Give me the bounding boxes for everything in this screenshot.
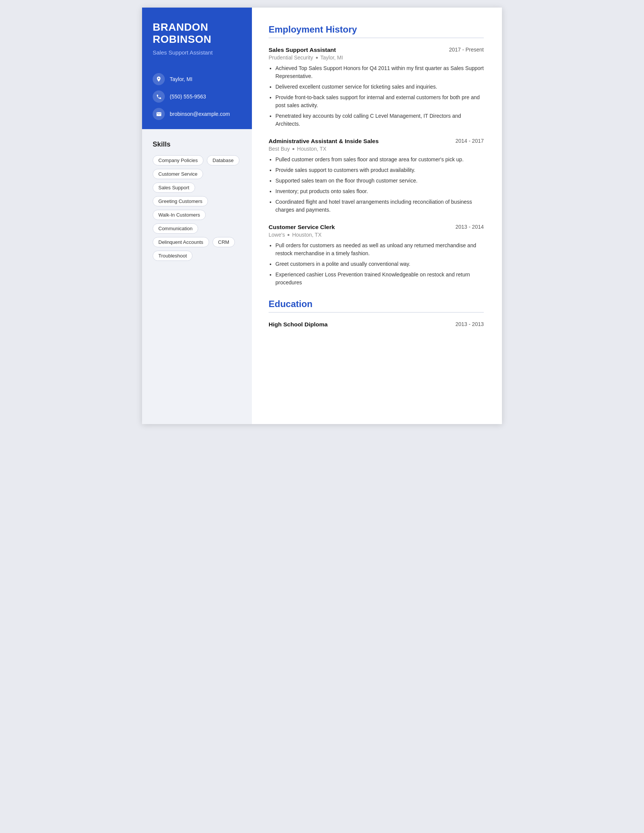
job-title: Administrative Assistant & Inside Sales: [269, 138, 379, 145]
contact-phone: (550) 555-9563: [153, 90, 242, 103]
main-content: Employment History Sales Support Assista…: [252, 8, 502, 424]
skills-heading: Skills: [153, 140, 242, 148]
skill-tag: Company Policies: [153, 155, 203, 166]
resume-container: BRANDON ROBINSON Sales Support Assistant…: [142, 8, 502, 424]
edu-degree: High School Diploma: [269, 321, 328, 328]
name-line2: ROBINSON: [153, 33, 211, 45]
phone-icon: [153, 90, 165, 103]
bullet-item: Provide sales support to customers with …: [275, 166, 484, 174]
employment-section-title: Employment History: [269, 24, 484, 38]
education-list: High School Diploma2013 - 2013: [269, 321, 484, 328]
bullet-item: Achieved Top Sales Support Honors for Q4…: [275, 64, 484, 80]
skill-tag: Walk-In Customers: [153, 210, 206, 220]
skills-list: Company PoliciesDatabaseCustomer Service…: [153, 155, 242, 261]
email-icon: [153, 108, 165, 120]
education-section-title: Education: [269, 299, 484, 313]
employment-section: Employment History Sales Support Assista…: [269, 24, 484, 286]
jobs-list: Sales Support Assistant2017 - PresentPru…: [269, 47, 484, 286]
skill-tag: Communication: [153, 224, 198, 234]
job-company: Best Buy Houston, TX: [269, 146, 484, 152]
job-header: Customer Service Clerk2013 - 2014: [269, 224, 484, 231]
skill-tag: Database: [207, 155, 240, 166]
job-company: Prudential Security Taylor, MI: [269, 55, 484, 61]
job-bullets: Pulled customer orders from sales floor …: [275, 156, 484, 214]
job-block: Administrative Assistant & Inside Sales2…: [269, 138, 484, 214]
candidate-name: BRANDON ROBINSON: [153, 21, 242, 45]
email-text: brobinson@example.com: [170, 111, 230, 117]
education-section: Education High School Diploma2013 - 2013: [269, 299, 484, 328]
job-block: Sales Support Assistant2017 - PresentPru…: [269, 47, 484, 128]
bullet-item: Pulled customer orders from sales floor …: [275, 156, 484, 164]
phone-text: (550) 555-9563: [170, 93, 206, 100]
job-date: 2013 - 2014: [456, 224, 484, 230]
bullet-item: Pull orders for customers as needed as w…: [275, 241, 484, 257]
edu-block: High School Diploma2013 - 2013: [269, 321, 484, 328]
sidebar-header: BRANDON ROBINSON Sales Support Assistant: [142, 8, 252, 66]
name-line1: BRANDON: [153, 21, 208, 33]
skill-tag: Customer Service: [153, 169, 203, 179]
bullet-item: Coordinated flight and hotel travel arra…: [275, 198, 484, 214]
job-title: Sales Support Assistant: [269, 47, 336, 53]
skill-tag: Greeting Customers: [153, 196, 208, 206]
job-date: 2014 - 2017: [456, 138, 484, 144]
sidebar: BRANDON ROBINSON Sales Support Assistant…: [142, 8, 252, 424]
contact-location: Taylor, MI: [153, 73, 242, 85]
bullet-item: Experienced cashier Loss Prevention trai…: [275, 271, 484, 286]
skill-tag: Troubleshoot: [153, 251, 192, 261]
job-title: Customer Service Clerk: [269, 224, 335, 231]
contact-section: Taylor, MI (550) 555-9563 brobinson@exam…: [142, 66, 252, 129]
job-header: Sales Support Assistant2017 - Present: [269, 47, 484, 53]
skill-tag: Sales Support: [153, 182, 195, 193]
bullet-item: Supported sales team on the floor throug…: [275, 177, 484, 185]
skills-section: Skills Company PoliciesDatabaseCustomer …: [142, 129, 252, 424]
job-date: 2017 - Present: [449, 47, 484, 53]
bullet-item: Greet customers in a polite and usually …: [275, 260, 484, 268]
job-header: Administrative Assistant & Inside Sales2…: [269, 138, 484, 145]
job-bullets: Achieved Top Sales Support Honors for Q4…: [275, 64, 484, 128]
bullet-item: Inventory; put products onto sales floor…: [275, 187, 484, 195]
edu-date: 2013 - 2013: [456, 321, 484, 327]
job-block: Customer Service Clerk2013 - 2014Lowe's …: [269, 224, 484, 286]
bullet-item: Penetrated key accounts by cold calling …: [275, 112, 484, 128]
job-bullets: Pull orders for customers as needed as w…: [275, 241, 484, 286]
bullet-item: Provide front-to-back sales support for …: [275, 93, 484, 109]
location-icon: [153, 73, 165, 85]
location-text: Taylor, MI: [170, 76, 192, 82]
skill-tag: Delinquent Accounts: [153, 237, 209, 247]
job-company: Lowe's Houston, TX: [269, 232, 484, 238]
contact-email: brobinson@example.com: [153, 108, 242, 120]
candidate-title: Sales Support Assistant: [153, 49, 242, 56]
skill-tag: CRM: [213, 237, 235, 247]
bullet-item: Delivered excellent customer service for…: [275, 83, 484, 91]
